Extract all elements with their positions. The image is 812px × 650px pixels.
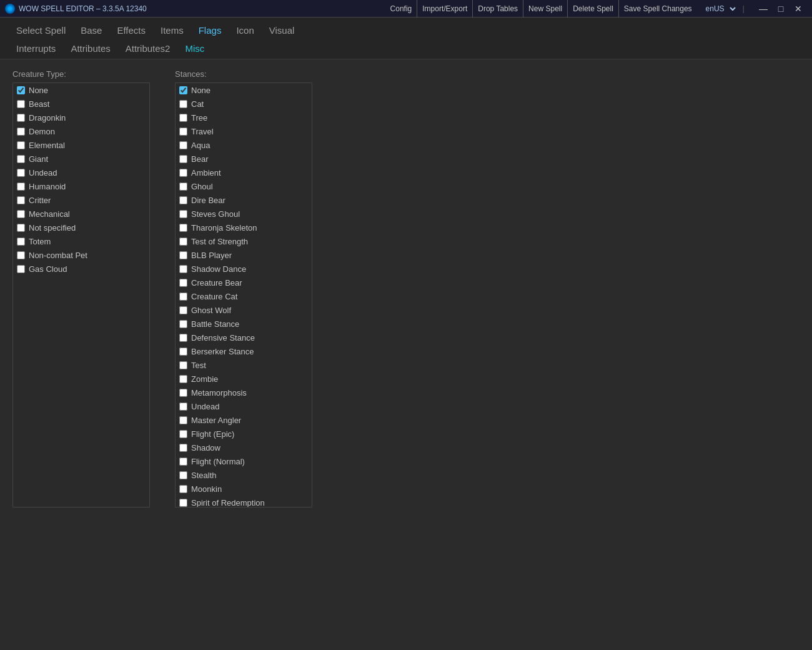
stance-item[interactable]: Shadow	[176, 441, 312, 454]
stance-label: Creature Cat	[191, 292, 237, 301]
stance-item[interactable]: Dire Bear	[176, 193, 312, 207]
creature-type-item[interactable]: Humanoid	[13, 179, 149, 193]
stance-label: Master Angler	[191, 416, 241, 425]
stance-label: Bear	[191, 154, 208, 164]
creature-type-label: Not specified	[29, 223, 76, 232]
creature-type-item[interactable]: None	[13, 83, 149, 97]
content: Creature Type: NoneBeastDragonkinDemonEl…	[0, 59, 812, 518]
stance-item[interactable]: Master Angler	[176, 413, 312, 427]
stance-item[interactable]: Defensive Stance	[176, 331, 312, 344]
stance-label: Battle Stance	[191, 319, 239, 329]
tab-attributes2[interactable]: Attributes2	[119, 41, 177, 56]
stance-item[interactable]: Undead	[176, 399, 312, 413]
creature-type-label: Beast	[29, 99, 49, 109]
stance-item[interactable]: Ambient	[176, 166, 312, 179]
creature-type-item[interactable]: Giant	[13, 152, 149, 166]
menu-savespell[interactable]: Save Spell Changes	[619, 0, 697, 18]
stance-item[interactable]: Test	[176, 358, 312, 372]
creature-type-label: Elemental	[29, 141, 65, 150]
columns: Creature Type: NoneBeastDragonkinDemonEl…	[12, 69, 800, 508]
creature-type-item[interactable]: Mechanical	[13, 207, 149, 221]
stance-item[interactable]: Travel	[176, 124, 312, 138]
stances-column: Stances: NoneCatTreeTravelAquaBearAmbien…	[175, 69, 312, 508]
creature-type-label: None	[29, 86, 48, 95]
stance-item[interactable]: Ghost Wolf	[176, 303, 312, 317]
stance-item[interactable]: Spirit of Redemption	[176, 496, 312, 508]
stance-label: Shadow Dance	[191, 264, 246, 274]
stance-item[interactable]: Tree	[176, 111, 312, 124]
creature-type-item[interactable]: Critter	[13, 193, 149, 207]
stance-item[interactable]: Berserker Stance	[176, 344, 312, 358]
maximize-button[interactable]: □	[772, 0, 790, 18]
minimize-button[interactable]: —	[755, 0, 772, 18]
stance-item[interactable]: Aqua	[176, 138, 312, 152]
creature-type-item[interactable]: Non-combat Pet	[13, 248, 149, 262]
tab-base[interactable]: Base	[74, 22, 108, 38]
creature-type-item[interactable]: Elemental	[13, 138, 149, 152]
stance-item[interactable]: None	[176, 83, 312, 97]
creature-type-item[interactable]: Not specified	[13, 221, 149, 234]
menu-droptables[interactable]: Drop Tables	[473, 0, 523, 18]
stance-item[interactable]: Ghoul	[176, 179, 312, 193]
menu-newspell[interactable]: New Spell	[523, 0, 568, 18]
tab-attributes[interactable]: Attributes	[64, 41, 116, 56]
creature-type-item[interactable]: Totem	[13, 234, 149, 248]
creature-type-label: Demon	[29, 127, 55, 136]
stance-label: Aqua	[191, 141, 210, 150]
tab-visual[interactable]: Visual	[263, 22, 301, 38]
tab-icon[interactable]: Icon	[230, 22, 260, 38]
creature-type-item[interactable]: Undead	[13, 166, 149, 179]
tab-effects[interactable]: Effects	[111, 22, 152, 38]
creature-type-item[interactable]: Gas Cloud	[13, 262, 149, 276]
creature-type-label: Humanoid	[29, 182, 66, 191]
stance-item[interactable]: Stealth	[176, 468, 312, 482]
creature-type-label: Undead	[29, 168, 57, 178]
menu-config[interactable]: Config	[385, 0, 418, 18]
stance-item[interactable]: Zombie	[176, 372, 312, 386]
stance-item[interactable]: Test of Strength	[176, 234, 312, 248]
tab-select-spell[interactable]: Select Spell	[10, 22, 72, 38]
stance-label: Berserker Stance	[191, 347, 254, 356]
creature-type-item[interactable]: Demon	[13, 124, 149, 138]
stances-list[interactable]: NoneCatTreeTravelAquaBearAmbientGhoulDir…	[175, 82, 312, 508]
tab-interrupts[interactable]: Interrupts	[10, 41, 62, 56]
creature-type-label: Non-combat Pet	[29, 251, 87, 260]
stance-item[interactable]: Battle Stance	[176, 317, 312, 331]
stance-item[interactable]: Creature Bear	[176, 276, 312, 289]
stance-label: Spirit of Redemption	[191, 498, 265, 508]
tab-items[interactable]: Items	[154, 22, 190, 38]
menu-deletespell[interactable]: Delete Spell	[568, 0, 619, 18]
stance-item[interactable]: Flight (Normal)	[176, 454, 312, 468]
close-button[interactable]: ✕	[790, 0, 807, 18]
stance-label: BLB Player	[191, 251, 232, 260]
creature-type-label: Mechanical	[29, 209, 70, 219]
stance-item[interactable]: Shadow Dance	[176, 262, 312, 276]
stance-label: Ghoul	[191, 182, 213, 191]
stance-item[interactable]: BLB Player	[176, 248, 312, 262]
titlebar: WOW SPELL EDITOR – 3.3.5A 12340 Config I…	[0, 0, 812, 18]
stance-label: Undead	[191, 402, 220, 411]
tab-flags[interactable]: Flags	[192, 22, 228, 38]
stance-item[interactable]: Tharonja Skeleton	[176, 221, 312, 234]
tab-misc[interactable]: Misc	[179, 41, 210, 56]
creature-type-list[interactable]: NoneBeastDragonkinDemonElementalGiantUnd…	[12, 82, 150, 508]
stance-label: Tharonja Skeleton	[191, 223, 257, 232]
stance-label: Moonkin	[191, 484, 222, 494]
locale-select[interactable]: enUS deDE frFR zhCN	[701, 2, 738, 15]
stance-label: Ghost Wolf	[191, 306, 231, 315]
stance-item[interactable]: Cat	[176, 97, 312, 111]
stance-item[interactable]: Creature Cat	[176, 289, 312, 303]
stance-item[interactable]: Moonkin	[176, 482, 312, 496]
creature-type-item[interactable]: Beast	[13, 97, 149, 111]
creature-type-label: Critter	[29, 196, 51, 205]
stance-item[interactable]: Steves Ghoul	[176, 207, 312, 221]
stance-label: Cat	[191, 99, 204, 109]
stance-item[interactable]: Metamorphosis	[176, 386, 312, 399]
stance-item[interactable]: Flight (Epic)	[176, 427, 312, 441]
stance-label: Metamorphosis	[191, 388, 247, 398]
stance-label: Defensive Stance	[191, 333, 255, 342]
stance-item[interactable]: Bear	[176, 152, 312, 166]
stance-label: Creature Bear	[191, 278, 242, 288]
creature-type-item[interactable]: Dragonkin	[13, 111, 149, 124]
menu-importexport[interactable]: Import/Export	[417, 0, 473, 18]
